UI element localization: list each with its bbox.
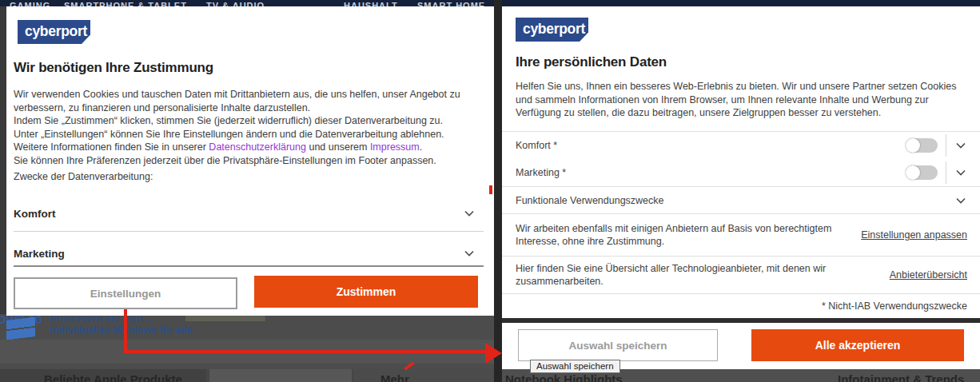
left-dialog-title: Wir benötigen Ihre Zustimmung	[14, 60, 213, 76]
accept-button[interactable]: Zustimmen	[254, 276, 478, 308]
cyberport-logo: cyberport	[516, 18, 588, 42]
cyberport-logo: cyberport	[18, 20, 90, 44]
bottom-panel	[209, 369, 352, 382]
vendor-overview-link[interactable]: Anbieterübersicht	[890, 269, 967, 281]
row-komfort: Komfort *	[502, 132, 980, 159]
tooltip: Auswahl speichern	[530, 360, 620, 373]
background-bottom-strip: Beliebte Apple Produkte Mehr Notebook Hi…	[0, 369, 980, 382]
chevron-down-icon[interactable]	[954, 139, 967, 152]
footnote: * Nicht-IAB Verwendungszwecke	[822, 300, 967, 312]
bottom-heading: Mehr	[380, 372, 409, 382]
accordion-marketing-label: Marketing	[14, 248, 65, 260]
nav-item: TV & AUDIO	[206, 1, 265, 6]
vendors-text: Hier finden Sie eine Übersicht aller Tec…	[516, 262, 847, 288]
privacy-policy-link[interactable]: Datenschutzerklärung	[209, 141, 306, 153]
paragraph-cookies-text: Wir verwenden Cookies und tauschen Daten…	[14, 89, 460, 113]
paragraph-consent: Indem Sie „Zustimmen“ klicken, stimmen S…	[14, 114, 468, 154]
paragraph-preferences-text: Sie können Ihre Präferenzen jederzeit üb…	[14, 155, 436, 166]
nav-item: SMARTPHONE & TABLET	[64, 1, 187, 6]
chevron-down-icon	[463, 207, 476, 220]
row-marketing-label: Marketing *	[516, 167, 566, 178]
imprint-link[interactable]: Impressum	[370, 141, 420, 153]
divider	[946, 134, 946, 157]
annotation-arrow-horizontal	[124, 350, 488, 353]
accordion-komfort-label: Komfort	[14, 208, 56, 220]
left-dialog-body: Wir verwenden Cookies und tauschen Daten…	[14, 88, 468, 167]
right-dialog-body: Helfen Sie uns, Ihnen ein besseres Web-E…	[516, 80, 957, 120]
chevron-down-icon	[463, 247, 476, 260]
annotation-arrowhead-icon	[485, 343, 502, 364]
top-navigation-bar: GAMING SMARTPHONE & TABLET TV & AUDIO HA…	[0, 0, 980, 6]
consent-dialog-left: cyberport Wir benötigen Ihre Zustimmung …	[6, 6, 494, 316]
right-dialog-title: Ihre persönlichen Daten	[516, 54, 667, 70]
accordion-komfort[interactable]: Komfort	[14, 197, 484, 230]
paragraph-cookies: Wir verwenden Cookies und tauschen Daten…	[14, 88, 468, 114]
annotation-arrow-vertical	[124, 309, 127, 353]
komfort-toggle[interactable]	[906, 138, 938, 153]
row-komfort-label: Komfort *	[516, 140, 557, 151]
toggle-knob	[906, 165, 920, 180]
paragraph-consent-text3: .	[420, 141, 422, 153]
consent-dialog-right: cyberport Ihre persönlichen Daten Helfen…	[502, 6, 980, 318]
divider	[14, 231, 484, 232]
settings-button[interactable]: Einstellungen	[14, 277, 237, 309]
modal-gap	[494, 0, 502, 382]
row-marketing: Marketing *	[502, 159, 980, 186]
annotation-red-mark	[489, 185, 492, 194]
divider	[502, 293, 980, 294]
bottom-heading: Infotainment & Trends	[838, 372, 964, 382]
nav-item: HAUSHALT	[344, 1, 398, 6]
save-selection-button[interactable]: Auswahl speichern	[518, 329, 718, 361]
bottom-heading: Notebook Highlights	[505, 372, 623, 382]
nav-item: GAMING	[10, 1, 50, 6]
nav-item: SMART HOME	[417, 1, 485, 6]
promo-line-2: individuelles Windows für alle.	[50, 324, 195, 336]
toggle-knob	[906, 138, 920, 153]
paragraph-consent-text2: und unserem	[306, 141, 370, 153]
chevron-down-icon	[954, 194, 967, 207]
accept-all-button[interactable]: Alle akzeptieren	[751, 329, 964, 361]
footnote-row: * Nicht-IAB Verwendungszwecke	[502, 296, 980, 316]
row-funktionale[interactable]: Funktionale Verwendungszwecke	[502, 187, 980, 213]
adjust-settings-link[interactable]: Einstellungen anpassen	[861, 229, 967, 241]
paragraph-preferences: Sie können Ihre Präferenzen jederzeit üb…	[14, 154, 468, 168]
divider	[14, 265, 484, 267]
marketing-toggle[interactable]	[906, 165, 938, 180]
bottom-panel	[354, 369, 496, 382]
chevron-down-icon[interactable]	[954, 166, 967, 179]
row-funktionale-label: Funktionale Verwendungszwecke	[516, 195, 664, 206]
windows-logo-icon	[6, 317, 35, 340]
divider	[946, 161, 946, 184]
legitimate-interest-text: Wir arbeiten ebenfalls mit einigen Anbie…	[516, 222, 847, 249]
vendors-section: Hier finden Sie eine Übersicht aller Tec…	[502, 257, 980, 293]
bottom-heading: Beliebte Apple Produkte	[44, 372, 182, 382]
legitimate-interest-section: Wir arbeiten ebenfalls mit einigen Anbie…	[502, 214, 980, 256]
purposes-label: Zwecke der Datenverarbeitung:	[14, 170, 153, 184]
